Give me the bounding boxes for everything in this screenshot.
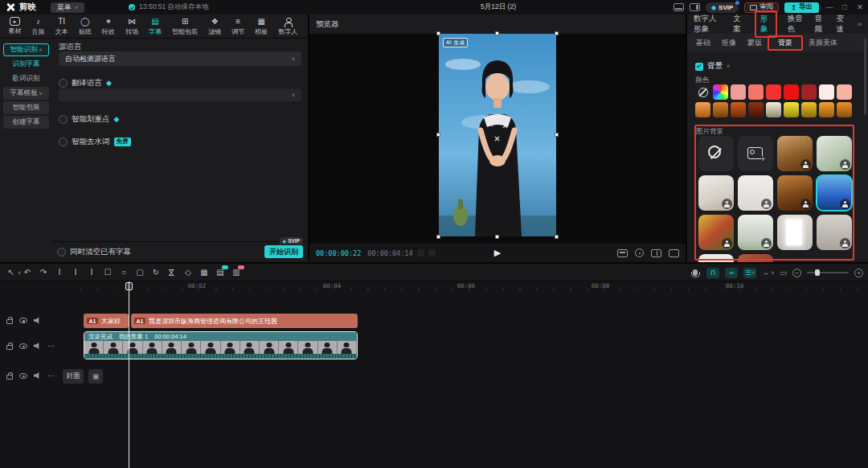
link-clips-icon[interactable]: ∞ — [725, 268, 738, 278]
maximize-button[interactable]: □ — [840, 3, 850, 11]
export-button[interactable]: ↥ 导出 — [784, 2, 819, 13]
bg-blue-ocean[interactable] — [817, 175, 852, 211]
split-icon[interactable]: Ⅰ — [53, 266, 66, 279]
tab-换音色[interactable]: 换音色 — [787, 14, 805, 35]
digital-human-video-clip[interactable]: 渲染完成 我的形象 1 00:00:04:14 — [84, 331, 358, 359]
next-frame-button[interactable] — [428, 249, 436, 257]
lock-icon[interactable] — [6, 375, 13, 380]
scrollbar[interactable] — [864, 39, 866, 115]
bg-mirror-shelf[interactable] — [817, 215, 852, 250]
color-swatch-12[interactable] — [748, 102, 764, 117]
bg-custom-upload[interactable] — [738, 136, 773, 171]
toolbar-item-adjust[interactable]: ≡调节 — [227, 17, 250, 36]
bg-white-flower-room[interactable] — [738, 175, 773, 211]
bg-plant-shelf[interactable] — [817, 136, 852, 171]
start-recognition-button[interactable]: 开始识别 — [264, 245, 303, 258]
toolbar-item-sticker[interactable]: ◯贴纸 — [73, 17, 96, 36]
slider-handle[interactable] — [815, 269, 820, 276]
more-icon[interactable]: ⋯ — [47, 342, 55, 350]
close-button[interactable]: ✕ — [855, 3, 865, 11]
color-swatch-7[interactable] — [819, 84, 834, 100]
svip-button[interactable]: ◆ SVIP — [706, 2, 739, 13]
bg-flower-shelf[interactable] — [698, 215, 734, 250]
resize-handle[interactable] — [436, 133, 440, 137]
speaker-icon[interactable] — [34, 372, 41, 380]
background-toggle[interactable]: 背景 ˄ — [695, 61, 730, 72]
color-swatch-16[interactable] — [819, 102, 834, 117]
translate-language-dropdown[interactable]: ˅ — [59, 88, 301, 101]
tab-变速[interactable]: 变速 — [836, 14, 848, 35]
color-swatch-0[interactable] — [695, 84, 710, 100]
tab-音频[interactable]: 音频 — [815, 14, 827, 35]
tab-文案[interactable]: 文案 — [733, 14, 745, 35]
toolbar-item-digital-human[interactable]: 数字人 — [273, 17, 303, 36]
fit-timeline-icon[interactable]: ↔˅ — [762, 269, 774, 277]
toolbar-item-template[interactable]: ▦模板 — [250, 17, 273, 36]
clear-existing-checkbox[interactable]: 同时清空已有字幕 — [57, 247, 131, 257]
matting-icon[interactable]: ▢ — [133, 266, 146, 279]
sidebar-item-智能包装[interactable]: 智能包装 — [3, 101, 49, 114]
sidebar-item-创建字幕[interactable]: 创建字幕 — [3, 116, 49, 129]
preview-axis-icon[interactable]: ☰˅ — [743, 268, 756, 278]
layout-right-icon[interactable] — [690, 3, 700, 11]
bg-warm-lamp-room[interactable] — [777, 136, 813, 171]
undo-icon[interactable]: ↶ — [21, 266, 34, 279]
cover-button[interactable]: 封面 — [63, 369, 84, 384]
color-swatch-14[interactable] — [784, 102, 799, 117]
mirror-icon[interactable]: ⋈ — [166, 266, 178, 279]
speaker-icon[interactable] — [34, 317, 41, 324]
mute-original-icon[interactable]: ▣ — [88, 369, 103, 384]
text-clip-2[interactable]: A1我是深圳市纵海商管理咨询有限公司的王珏茜 — [131, 314, 358, 328]
bg-none[interactable] — [698, 136, 734, 171]
bg-stair-plant[interactable] — [738, 215, 773, 250]
eye-icon[interactable] — [19, 318, 27, 323]
color-swatch-2[interactable] — [731, 84, 746, 100]
zoom-in-icon[interactable]: + — [854, 269, 863, 277]
resize-handle[interactable] — [436, 31, 440, 35]
eye-icon[interactable] — [19, 373, 27, 379]
freeze-frame-icon[interactable]: ▦ — [198, 266, 211, 279]
play-button[interactable]: ▶ — [494, 248, 501, 258]
toolbar-item-captions[interactable]: ▤字幕 — [143, 17, 166, 36]
more-tabs-icon[interactable]: » — [858, 20, 862, 28]
quality-icon[interactable] — [617, 249, 628, 257]
playhead[interactable] — [129, 281, 129, 468]
snap-magnet-icon[interactable]: U — [706, 268, 719, 278]
color-swatch-9[interactable] — [695, 102, 710, 117]
color-swatch-17[interactable] — [837, 102, 852, 117]
trim-right-icon[interactable]: Ⅰ — [85, 266, 98, 279]
minimize-button[interactable]: — — [825, 3, 834, 11]
subtab-背景[interactable]: 背景 — [772, 39, 798, 47]
option-智能划重点[interactable]: 智能划重点◆ — [59, 113, 119, 125]
color-swatch-10[interactable] — [713, 102, 728, 117]
toolbar-item-transition[interactable]: ⋈转场 — [120, 17, 143, 36]
tab-形象[interactable]: 形象 — [760, 14, 768, 33]
color-swatch-1[interactable] — [713, 84, 728, 100]
bg-dried-plant-room[interactable] — [698, 175, 734, 211]
text-clip-1[interactable]: A1大家好 — [84, 314, 129, 328]
sidebar-item-歌词识别[interactable]: 歌词识别 — [3, 72, 49, 85]
zoom-out-icon[interactable]: − — [792, 269, 801, 277]
toolbar-item-smart-package[interactable]: ⊞智能包装 — [167, 17, 203, 36]
resize-handle[interactable] — [495, 31, 499, 35]
caption-batch-icon[interactable]: ▥ — [230, 266, 243, 279]
resize-handle[interactable] — [555, 31, 559, 35]
color-swatch-5[interactable] — [784, 84, 799, 100]
resize-handle[interactable] — [555, 133, 559, 137]
select-tool-icon[interactable]: ↖˅ — [5, 266, 18, 279]
layout-bottom-icon[interactable] — [674, 3, 684, 11]
resize-handle[interactable] — [436, 235, 440, 239]
prev-frame-button[interactable] — [417, 249, 424, 257]
menu-button[interactable]: 菜单˅ — [51, 2, 84, 13]
beat-mark-icon[interactable]: ▤ — [214, 266, 227, 279]
lock-icon[interactable] — [6, 319, 13, 324]
ratio-icon[interactable] — [651, 249, 661, 257]
toolbar-item-filter[interactable]: ❖滤镜 — [203, 17, 227, 36]
color-swatch-3[interactable] — [748, 84, 764, 100]
bg-brick-plant[interactable] — [738, 254, 773, 262]
bg-bright-door[interactable] — [777, 215, 813, 250]
subtab-美颜美体[interactable]: 美颜美体 — [803, 38, 843, 48]
more-icon[interactable]: ⋯ — [47, 372, 55, 380]
toolbar-item-media[interactable]: ▸素材 — [3, 17, 27, 35]
meter-icon[interactable]: ▭ — [780, 269, 787, 277]
